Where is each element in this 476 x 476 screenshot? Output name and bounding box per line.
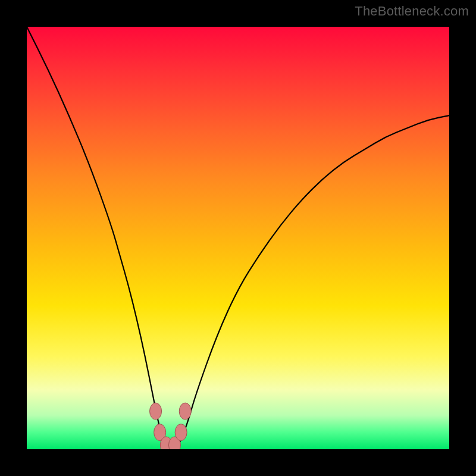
chart-svg [27, 27, 449, 449]
curve-markers [150, 403, 192, 449]
curve-marker [150, 403, 162, 419]
watermark-text: TheBottleneck.com [355, 4, 469, 19]
plot-area [27, 27, 449, 449]
bottleneck-curve [27, 27, 449, 449]
chart-frame: TheBottleneck.com [0, 0, 476, 476]
curve-marker [179, 403, 191, 419]
curve-marker [175, 424, 187, 441]
